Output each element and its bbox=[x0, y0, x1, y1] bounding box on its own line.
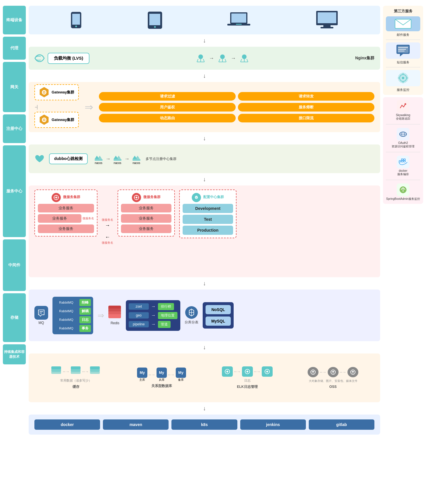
nacos-cluster: nacos → nacos → nacos 多节点注册中心集群 bbox=[93, 153, 177, 165]
oss-label: OSS bbox=[329, 385, 337, 389]
mq-tag-3: 事务 bbox=[79, 325, 91, 332]
cache-icons: --→ --→ bbox=[51, 366, 100, 377]
db-backup-icon: My bbox=[176, 368, 186, 378]
rmq-0: RabbitMQ bbox=[55, 300, 78, 305]
ms-icon-1 bbox=[52, 193, 61, 202]
oauth2-label: OAuth2资源访问鉴权管理 bbox=[392, 141, 415, 149]
divider-1 bbox=[386, 40, 420, 40]
redis-row-1: geo → 地理位置 bbox=[129, 312, 177, 319]
monitor-service-box bbox=[386, 70, 420, 86]
nacos-label-2: nacos bbox=[114, 161, 121, 165]
lvs-box: 负载均衡 (LVS) bbox=[48, 53, 89, 64]
elk-icon-3 bbox=[262, 366, 273, 377]
svg-point-75 bbox=[402, 77, 404, 79]
elk-section: --→ --→ 日志 ELK日志管理 bbox=[206, 366, 289, 389]
nacos-multi-label: 多节点注册中心集群 bbox=[146, 157, 177, 161]
db-master-label: 主库 bbox=[139, 378, 145, 382]
micro-name-bottom: 微服务名 bbox=[102, 241, 113, 245]
ops-panel: Skywalking全链路追踪 OAuth2资源访问鉴权管理 docker服务编… bbox=[383, 97, 423, 204]
gw-cluster-2: Gateway集群 bbox=[34, 112, 79, 128]
db-arrow-2: --→ bbox=[168, 372, 175, 377]
divider-3 bbox=[386, 124, 420, 124]
db-nosql: NoSQL bbox=[206, 305, 231, 314]
redis-desc-2: 管道 bbox=[158, 321, 171, 328]
redis-row-0: zset → 排行榜 bbox=[129, 303, 177, 310]
oss-icon-2 bbox=[328, 367, 339, 377]
skywalking-label: Skywalking全链路追踪 bbox=[396, 114, 410, 121]
cicd-docker: docker bbox=[34, 419, 100, 430]
device-monitor bbox=[315, 10, 339, 30]
dubbo-label: dubbo心跳检测 bbox=[49, 153, 88, 164]
db-slave-icon: My bbox=[157, 368, 167, 378]
middleware-row: MQ RabbitMQ 削峰 RabbitMQ 解耦 RabbitMQ 日志 R… bbox=[29, 290, 380, 341]
svg-line-25 bbox=[241, 59, 242, 62]
nginx-label: Nginx集群 bbox=[355, 56, 374, 61]
elk-arrow-1: --→ bbox=[234, 369, 241, 374]
arrow-registry-service: ↓ bbox=[29, 176, 380, 183]
label-cicd: 持续集成和容器技术 bbox=[3, 344, 26, 364]
redis-types: zset → 排行榜 geo → 地理位置 pipeline → 管道 bbox=[126, 300, 180, 331]
ms-cluster-2-header: 微服务集群 bbox=[121, 193, 171, 202]
springboot-item: SpringBootAdmin服务监控 bbox=[386, 183, 420, 201]
nacos-label-1: nacos bbox=[95, 161, 102, 165]
arrow-gateway-registry: ↓ bbox=[29, 135, 380, 142]
device-tablet bbox=[147, 11, 163, 30]
oauth2-icon bbox=[397, 128, 409, 140]
gateway-hex-icon-1 bbox=[39, 87, 49, 97]
redis-type-0: zset bbox=[129, 303, 149, 310]
center-content: ↓ 负载均衡 (LVS) → bbox=[29, 6, 380, 435]
bs-row-1: 业务服务 微服务名 bbox=[38, 214, 94, 223]
svg-rect-36 bbox=[114, 159, 122, 161]
redis-arrow-1: → bbox=[151, 313, 156, 318]
cache-arrow-1: --→ bbox=[63, 369, 69, 374]
monitor-service-label: 服务监控 bbox=[397, 88, 409, 92]
arrow-ms-right: → bbox=[105, 222, 110, 228]
nacos-arrow-1: → bbox=[105, 156, 111, 162]
arrow-node-1-2: → bbox=[209, 55, 214, 61]
svg-marker-72 bbox=[400, 54, 403, 56]
redis-row-2: pipeline → 管道 bbox=[129, 321, 177, 328]
arrow-storage-cicd: ↓ bbox=[29, 405, 380, 412]
arrow-middleware-storage: ↓ bbox=[29, 344, 380, 351]
rabbitmq-section: RabbitMQ 削峰 RabbitMQ 解耦 RabbitMQ 日志 Rabb… bbox=[52, 297, 93, 334]
svg-rect-7 bbox=[231, 13, 246, 23]
redis-arrow-2: → bbox=[151, 322, 156, 327]
label-registry: 注册中心 bbox=[3, 114, 26, 143]
db-master-icon: My bbox=[137, 368, 147, 378]
skywalking-icon bbox=[397, 100, 409, 113]
elk-label: ELK日志管理 bbox=[237, 384, 258, 389]
db-backup: My 备库 bbox=[176, 368, 186, 382]
dubbo-text: dubbo心跳检测 bbox=[54, 156, 83, 161]
label-storage: 存储 bbox=[3, 293, 26, 342]
mq-row-3: RabbitMQ 事务 bbox=[55, 325, 91, 332]
mq-tag-0: 削峰 bbox=[79, 299, 91, 306]
ms-arrows: 微服务名 → ← 微服务名 bbox=[102, 218, 113, 245]
svg-rect-9 bbox=[236, 24, 242, 25]
springboot-label: SpringBootAdmin服务监控 bbox=[386, 197, 420, 201]
redis-arrow-0: → bbox=[151, 304, 156, 309]
cache-arrow-2: --→ bbox=[82, 369, 89, 374]
label-middleware: 中间件 bbox=[3, 239, 26, 291]
db-arrow-1: --→ bbox=[148, 372, 155, 377]
gw-cluster-label-2: Gateway集群 bbox=[52, 117, 74, 122]
network-node-1 bbox=[195, 54, 206, 62]
redis-icon bbox=[108, 306, 122, 320]
svg-rect-35 bbox=[95, 159, 103, 161]
svg-line-27 bbox=[247, 59, 248, 62]
ms-cluster-1-header: 微服务集群 bbox=[38, 193, 94, 202]
gw-cluster-label-1: Gateway集群 bbox=[52, 90, 74, 95]
gateway-row: Gateway集群 Gateway集群 ⇒ 请求过滤 请求转发 用户鉴权 服务熔… bbox=[29, 82, 380, 132]
network-node-3 bbox=[239, 54, 250, 62]
relational-section: My 主库 --→ My 从库 --→ My bbox=[120, 368, 203, 388]
nacos-node-2: nacos bbox=[112, 153, 123, 165]
oss-arrow-1: --→ bbox=[320, 370, 326, 374]
elk-desc: 日志 bbox=[244, 378, 251, 383]
nacos-node-1: nacos bbox=[93, 153, 104, 165]
ms-icon-2 bbox=[132, 193, 141, 202]
elk-icons: --→ --→ bbox=[222, 366, 273, 377]
sms-service-label: 短信服务 bbox=[397, 60, 409, 65]
rmq-3: RabbitMQ bbox=[55, 325, 78, 331]
device-phone bbox=[70, 11, 83, 29]
cicd-jenkins: jenkins bbox=[240, 419, 306, 430]
gateway-hex-icon-2 bbox=[39, 115, 49, 125]
